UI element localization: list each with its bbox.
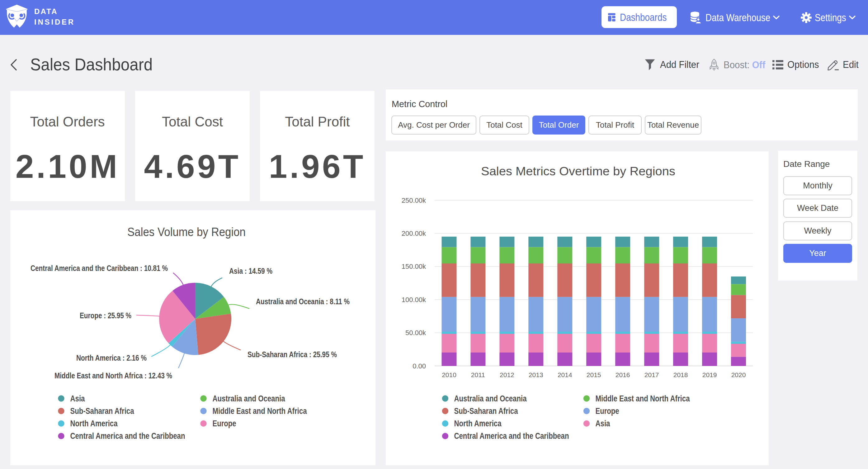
svg-text:2014: 2014 — [558, 371, 572, 378]
svg-text:Central America and the Caribb: Central America and the Caribbean — [454, 431, 569, 441]
svg-text:Middle East and North Africa: Middle East and North Africa — [596, 394, 690, 403]
svg-text:200.00k: 200.00k — [402, 230, 426, 237]
svg-text:2016: 2016 — [616, 371, 630, 378]
svg-text:Central America and the Caribb: Central America and the Caribbean — [70, 431, 185, 441]
svg-text:Asia : 14.59 %: Asia : 14.59 % — [229, 266, 272, 275]
svg-text:2012: 2012 — [500, 371, 514, 378]
svg-text:Australia and Oceania : 8.11 %: Australia and Oceania : 8.11 % — [256, 297, 350, 306]
svg-text:Middle East and North Africa :: Middle East and North Africa : 12.43 % — [55, 371, 172, 380]
svg-text:50.00k: 50.00k — [405, 329, 426, 336]
svg-text:2018: 2018 — [674, 371, 688, 378]
svg-text:Asia: Asia — [596, 419, 611, 428]
svg-text:Asia: Asia — [70, 394, 85, 403]
svg-text:2013: 2013 — [529, 371, 543, 378]
svg-text:Sales Metrics Overtime by Regi: Sales Metrics Overtime by Regions — [481, 165, 675, 178]
svg-text:Australia and Oceania: Australia and Oceania — [213, 394, 285, 403]
svg-text:2020: 2020 — [731, 371, 746, 378]
svg-text:North America : 2.16 %: North America : 2.16 % — [76, 353, 147, 362]
svg-text:Middle East and North Africa: Middle East and North Africa — [213, 406, 307, 416]
svg-text:Sales Volume by Region: Sales Volume by Region — [127, 226, 246, 239]
svg-text:Central America and the Caribb: Central America and the Caribbean : 10.8… — [31, 263, 168, 273]
svg-text:North America: North America — [70, 419, 118, 428]
svg-text:Sub-Saharan Africa : 25.95 %: Sub-Saharan Africa : 25.95 % — [248, 350, 337, 359]
svg-text:Europe : 25.95 %: Europe : 25.95 % — [80, 311, 131, 320]
svg-text:150.00k: 150.00k — [402, 263, 426, 270]
svg-text:2011: 2011 — [471, 371, 485, 378]
svg-text:2019: 2019 — [702, 371, 717, 378]
svg-text:Sub-Saharan Africa: Sub-Saharan Africa — [454, 406, 518, 416]
svg-text:2017: 2017 — [645, 371, 659, 378]
svg-text:Sub-Saharan Africa: Sub-Saharan Africa — [70, 406, 134, 416]
svg-text:250.00k: 250.00k — [402, 197, 426, 204]
svg-text:100.00k: 100.00k — [402, 296, 426, 304]
svg-text:Australia and Oceania: Australia and Oceania — [454, 394, 527, 403]
svg-text:Europe: Europe — [213, 419, 236, 428]
svg-text:Europe: Europe — [596, 406, 619, 416]
svg-text:North America: North America — [454, 419, 502, 428]
svg-text:2015: 2015 — [587, 371, 601, 378]
svg-text:2010: 2010 — [442, 371, 457, 378]
svg-text:0.00: 0.00 — [412, 362, 426, 370]
